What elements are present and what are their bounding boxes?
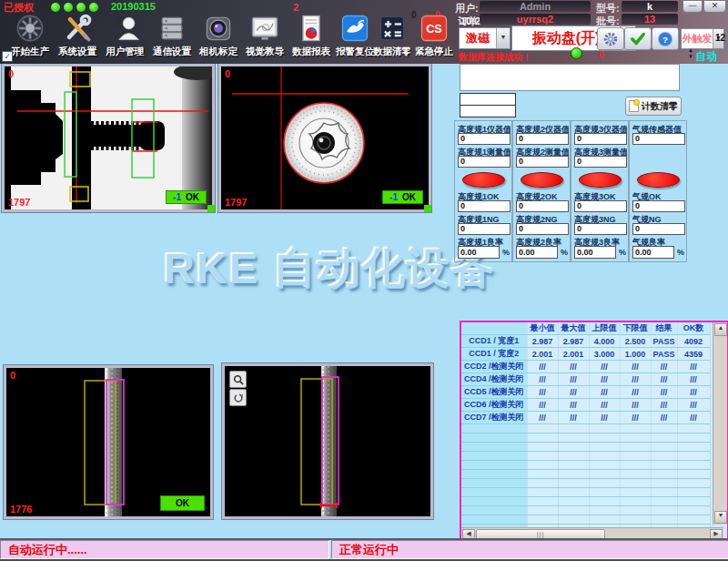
refresh-icon [233, 393, 244, 403]
zoom-button[interactable] [229, 371, 247, 388]
gauge-value[interactable]: 0 [574, 200, 627, 212]
toolbar-system-settings[interactable]: 系统设置 [55, 12, 100, 61]
table-cell: /// [620, 361, 651, 373]
vertical-scrollbar[interactable]: ▲ ▼ [713, 322, 727, 525]
table-cell [558, 461, 589, 470]
gauge-value[interactable]: 0 [458, 200, 511, 212]
header-cell: 结果 [651, 322, 677, 335]
toolbar-data-clear[interactable]: 数据清零 [369, 12, 415, 61]
chevron-down-icon[interactable]: ▼ [496, 28, 510, 48]
row-label [461, 452, 527, 461]
table-cell [651, 506, 677, 515]
table-cell [677, 424, 710, 434]
table-row[interactable]: CCD7 /检测关闭////////////////// [461, 412, 710, 424]
toolbar-data-report[interactable]: 数据报表 [288, 12, 334, 61]
message-display-box[interactable] [460, 64, 680, 91]
magnifier-icon [233, 374, 244, 385]
table-row[interactable]: CCD1 / 宽度12.9872.9874.0002.500PASS4092 [461, 335, 710, 348]
table-cell: /// [589, 373, 620, 386]
table-cell [620, 497, 651, 506]
gauge-value[interactable]: 0 [516, 156, 569, 168]
status-message-right: 正常运行中 [331, 540, 728, 559]
table-cell [651, 443, 677, 452]
gauge-value[interactable]: 0.00 [458, 246, 500, 259]
settings-gear-button[interactable] [597, 27, 624, 50]
camera1-image [5, 66, 212, 209]
gauge-value[interactable]: 0 [632, 133, 685, 145]
camera-view-3: 0 1776 OK [4, 365, 213, 519]
toolbar-camera-calibration[interactable]: 相机标定 [196, 12, 241, 61]
result-badge: -1OK [382, 190, 423, 204]
gauge-value[interactable]: 0.00 [632, 246, 674, 259]
gauge-value[interactable]: 0 [632, 223, 685, 235]
report-icon [294, 12, 329, 45]
gauge-value[interactable]: 0.00 [574, 246, 616, 259]
confirm-button[interactable] [624, 27, 652, 50]
gauge-value[interactable]: 0 [516, 223, 569, 235]
table-cell [589, 443, 620, 452]
help-button[interactable]: ? [652, 27, 679, 50]
resize-grip[interactable] [207, 205, 215, 212]
toolbar-vision-teaching[interactable]: 视觉教导 [242, 12, 288, 61]
note-icon [629, 100, 639, 112]
gauge-value[interactable]: 0 [458, 133, 511, 145]
table-cell [651, 497, 677, 506]
toolbar-comm-settings[interactable]: 通信设置 [149, 12, 195, 61]
table-cell: /// [589, 412, 620, 424]
table-cell: /// [651, 373, 677, 386]
row-label: CCD1 / 宽度2 [461, 348, 527, 361]
table-cell [677, 452, 710, 461]
toolbar-emergency-stop[interactable]: CS 紧急停止 [411, 12, 457, 61]
header-cell: 最小值 [527, 322, 558, 335]
check-icon [630, 32, 646, 46]
results-table: 最小值 最大值 上限值 下限值 结果 OK数 CCD1 / 宽度12.9872.… [460, 321, 728, 543]
resize-grip[interactable] [424, 205, 431, 212]
table-row[interactable]: CCD6 /检测关闭////////////////// [461, 399, 710, 412]
minimize-button[interactable]: — [682, 0, 703, 13]
auto-mode-checkbox[interactable]: ✓ [2, 51, 13, 62]
table-cell: /// [558, 386, 589, 399]
gauge-value[interactable]: 0 [574, 133, 627, 145]
gauge-value[interactable]: 0 [574, 223, 627, 235]
row-label: CCD1 / 宽度1 [461, 335, 527, 348]
scroll-down-icon[interactable]: ▼ [714, 511, 727, 524]
header-cell: 下限值 [620, 322, 651, 335]
gauge-value[interactable]: 0 [574, 156, 627, 168]
table-cell [651, 488, 677, 497]
camera3-image [6, 368, 210, 516]
row-label: CCD7 /检测关闭 [461, 412, 527, 424]
camera-view-4 [222, 363, 433, 519]
value-box-2[interactable] [460, 105, 516, 117]
table-cell [527, 506, 558, 515]
toolbar-start-production[interactable]: 开始生产 [7, 12, 53, 61]
table-cell [620, 443, 651, 452]
gauge-value[interactable]: 0 [458, 156, 511, 168]
table-cell [558, 470, 589, 479]
refresh-button[interactable] [229, 389, 247, 406]
magnet-combo[interactable]: 激磁 ▼ [459, 27, 511, 49]
gauge-value[interactable]: 0.00 [516, 246, 558, 259]
status-lamp [637, 172, 680, 188]
table-cell: /// [527, 399, 558, 412]
value-box-1[interactable] [460, 93, 516, 106]
toolbar-user-management[interactable]: 用户管理 [102, 12, 147, 61]
gauge-value[interactable]: 0 [632, 200, 685, 212]
table-row[interactable]: CCD1 / 宽度22.0012.0013.0001.000PASS4359 [461, 348, 710, 361]
gauge-value[interactable]: 0 [516, 133, 569, 145]
table-row[interactable]: CCD5 /检测关闭////////////////// [461, 386, 710, 399]
close-button[interactable]: ✕ [703, 0, 726, 13]
header-cell: 上限值 [589, 322, 620, 335]
table-row[interactable]: CCD4 /检测关闭////////////////// [461, 373, 710, 386]
frame-index: 0 [225, 68, 230, 79]
count-clear-button[interactable]: 计数清零 [625, 97, 682, 116]
table-rows: CCD1 / 宽度12.9872.9874.0002.500PASS4092CC… [461, 335, 710, 544]
table-cell: /// [527, 412, 558, 424]
table-row[interactable]: CCD2 /检测关闭////////////////// [461, 361, 710, 373]
gauge-value[interactable]: 0 [516, 200, 569, 212]
header-cell: OK数 [677, 322, 710, 335]
table-cell [558, 479, 589, 488]
table-empty-row [461, 470, 710, 479]
spinner-arrows[interactable]: ▲▼ [688, 47, 693, 60]
scroll-up-icon[interactable]: ▲ [714, 323, 727, 336]
gauge-value[interactable]: 0 [458, 223, 511, 235]
